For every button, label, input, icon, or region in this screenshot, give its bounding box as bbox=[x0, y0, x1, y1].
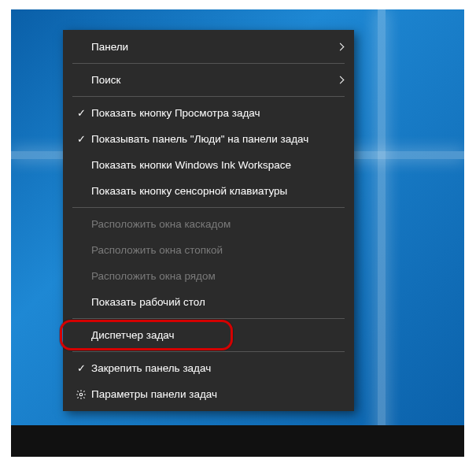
menu-item-task-manager[interactable]: Диспетчер задач bbox=[63, 322, 354, 348]
menu-item-label: Показывать панель "Люди" на панели задач bbox=[91, 133, 329, 145]
menu-item-label: Показать кнопку Просмотра задач bbox=[91, 107, 329, 119]
check-icon bbox=[71, 107, 91, 119]
menu-separator bbox=[72, 96, 345, 97]
menu-item-sidebyside: Расположить окна рядом bbox=[63, 263, 354, 289]
menu-item-label: Диспетчер задач bbox=[91, 329, 329, 341]
check-icon bbox=[71, 133, 91, 145]
menu-item-search[interactable]: Поиск bbox=[63, 67, 354, 93]
menu-item-task-view-btn[interactable]: Показать кнопку Просмотра задач bbox=[63, 100, 354, 126]
menu-item-cascade: Расположить окна каскадом bbox=[63, 211, 354, 237]
taskbar-context-menu: ПанелиПоискПоказать кнопку Просмотра зад… bbox=[63, 30, 354, 411]
menu-separator bbox=[72, 63, 345, 64]
menu-item-label: Расположить окна стопкой bbox=[91, 244, 329, 256]
menu-item-lock-taskbar[interactable]: Закрепить панель задач bbox=[63, 355, 354, 381]
menu-item-label: Показать кнопки Windows Ink Workspace bbox=[91, 159, 329, 171]
menu-separator bbox=[72, 207, 345, 208]
taskbar[interactable] bbox=[11, 425, 464, 457]
menu-item-label: Закрепить панель задач bbox=[91, 362, 329, 374]
menu-item-label: Поиск bbox=[91, 74, 329, 86]
menu-item-people-bar[interactable]: Показывать панель "Люди" на панели задач bbox=[63, 126, 354, 152]
chevron-right-icon bbox=[329, 44, 343, 50]
menu-item-touch-keyboard[interactable]: Показать кнопку сенсорной клавиатуры bbox=[63, 178, 354, 204]
menu-item-ink-workspace[interactable]: Показать кнопки Windows Ink Workspace bbox=[63, 152, 354, 178]
menu-separator bbox=[72, 318, 345, 319]
gear-icon bbox=[71, 389, 91, 400]
menu-item-label: Показать кнопку сенсорной клавиатуры bbox=[91, 185, 329, 197]
menu-item-label: Расположить окна рядом bbox=[91, 270, 329, 282]
menu-separator bbox=[72, 351, 345, 352]
menu-item-stack: Расположить окна стопкой bbox=[63, 237, 354, 263]
wallpaper-light-v bbox=[378, 9, 386, 457]
menu-item-label: Панели bbox=[91, 41, 329, 53]
desktop-wallpaper: ПанелиПоискПоказать кнопку Просмотра зад… bbox=[11, 9, 464, 457]
menu-item-show-desktop[interactable]: Показать рабочий стол bbox=[63, 289, 354, 315]
svg-point-0 bbox=[79, 393, 83, 396]
menu-item-panels[interactable]: Панели bbox=[63, 34, 354, 60]
menu-item-taskbar-settings[interactable]: Параметры панели задач bbox=[63, 381, 354, 407]
menu-item-label: Показать рабочий стол bbox=[91, 296, 329, 308]
check-icon bbox=[71, 362, 91, 374]
menu-item-label: Расположить окна каскадом bbox=[91, 218, 329, 230]
menu-item-label: Параметры панели задач bbox=[91, 388, 329, 400]
chevron-right-icon bbox=[329, 77, 343, 83]
